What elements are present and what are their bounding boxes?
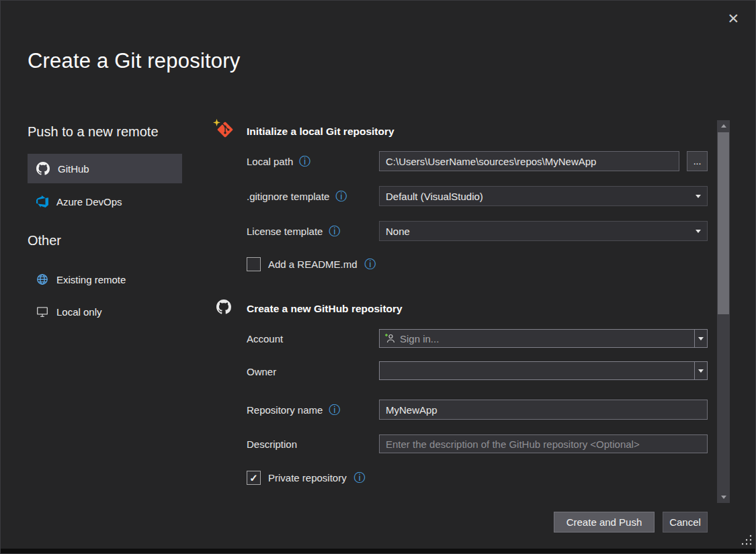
window-bottom-edge [1, 549, 755, 553]
init-section-heading: Initialize a local Git repository [247, 126, 394, 138]
github-icon [36, 162, 50, 175]
info-icon[interactable]: ⓘ [329, 226, 340, 237]
local-path-label-row: Local path ⓘ [247, 151, 310, 171]
cancel-button[interactable]: Cancel [663, 512, 708, 533]
owner-label-row: Owner [247, 361, 276, 381]
repository-name-input[interactable] [379, 400, 708, 420]
scroll-up-button[interactable] [717, 120, 730, 132]
readme-checkbox[interactable] [247, 257, 261, 271]
close-icon[interactable]: ✕ [727, 11, 739, 26]
check-icon: ✓ [249, 473, 258, 483]
gitignore-label-row: .gitignore template ⓘ [247, 186, 347, 206]
gitignore-template-label: .gitignore template [247, 191, 329, 202]
new-sparkle-icon [213, 119, 220, 126]
add-user-icon [384, 333, 395, 344]
page-title: Create a Git repository [28, 49, 240, 73]
account-combobox[interactable]: Sign in... [379, 329, 708, 348]
local-path-input[interactable] [379, 151, 679, 171]
owner-label: Owner [247, 366, 276, 377]
repo-name-label-row: Repository name ⓘ [247, 400, 340, 420]
sidebar-item-label: GitHub [58, 163, 89, 175]
globe-icon [36, 273, 48, 285]
info-icon[interactable]: ⓘ [354, 472, 366, 483]
browse-button[interactable]: ... [687, 151, 708, 171]
create-git-repository-dialog: Create a Git repository ✕ Push to a new … [0, 0, 756, 554]
resize-grip-dots-icon [740, 533, 753, 547]
description-label: Description [247, 438, 297, 450]
sidebar-item-label: Azure DevOps [56, 196, 122, 207]
resize-grip[interactable] [740, 533, 753, 549]
scrollbar-thumb[interactable] [718, 132, 729, 314]
github-section-heading: Create a new GitHub repository [247, 303, 403, 315]
license-label-row: License template ⓘ [247, 221, 340, 241]
chevron-down-icon [698, 369, 704, 373]
scrollbar[interactable] [717, 120, 730, 503]
account-label: Account [247, 333, 283, 344]
private-checkbox-row: ✓ Private repository ⓘ [247, 469, 366, 486]
azure-devops-icon [36, 195, 48, 207]
scroll-down-button[interactable] [717, 492, 730, 503]
sidebar-item-azure-devops[interactable]: Azure DevOps [28, 187, 182, 216]
readme-checkbox-label: Add a README.md [268, 259, 358, 270]
gitignore-template-select[interactable]: Default (VisualStudio) [379, 186, 708, 206]
sidebar-heading-push: Push to a new remote [28, 124, 159, 140]
monitor-icon [36, 306, 48, 318]
repository-name-label: Repository name [247, 404, 323, 416]
license-template-label: License template [247, 226, 323, 237]
sidebar-item-label: Local only [56, 306, 102, 318]
github-icon [216, 299, 231, 314]
chevron-up-icon [721, 124, 726, 128]
readme-checkbox-row: Add a README.md ⓘ [247, 256, 376, 272]
info-icon[interactable]: ⓘ [365, 259, 376, 270]
account-dropdown-button[interactable] [694, 330, 707, 347]
account-placeholder: Sign in... [400, 333, 439, 344]
license-selected-value: None [386, 226, 696, 237]
account-label-row: Account [247, 328, 283, 349]
owner-dropdown-button[interactable] [694, 362, 707, 379]
create-and-push-button[interactable]: Create and Push [554, 512, 655, 533]
info-icon[interactable]: ⓘ [329, 404, 340, 416]
local-path-label: Local path [247, 156, 293, 167]
chevron-down-icon [698, 337, 704, 340]
sidebar-item-local-only[interactable]: Local only [28, 297, 182, 326]
private-repository-label: Private repository [268, 472, 347, 483]
chevron-down-icon [721, 496, 726, 499]
sidebar-item-github[interactable]: GitHub [28, 154, 182, 183]
sidebar-item-label: Existing remote [56, 274, 126, 285]
info-icon[interactable]: ⓘ [335, 191, 347, 202]
sidebar-item-existing-remote[interactable]: Existing remote [28, 265, 182, 293]
description-label-row: Description [247, 434, 297, 454]
description-input[interactable] [379, 434, 708, 453]
info-icon[interactable]: ⓘ [299, 156, 310, 167]
chevron-down-icon [696, 195, 701, 198]
owner-combobox[interactable] [379, 361, 708, 380]
private-repository-checkbox[interactable]: ✓ [247, 471, 261, 485]
sidebar-heading-other: Other [28, 233, 61, 248]
license-template-select[interactable]: None [379, 221, 708, 241]
gitignore-selected-value: Default (VisualStudio) [386, 191, 696, 202]
chevron-down-icon [696, 230, 701, 233]
